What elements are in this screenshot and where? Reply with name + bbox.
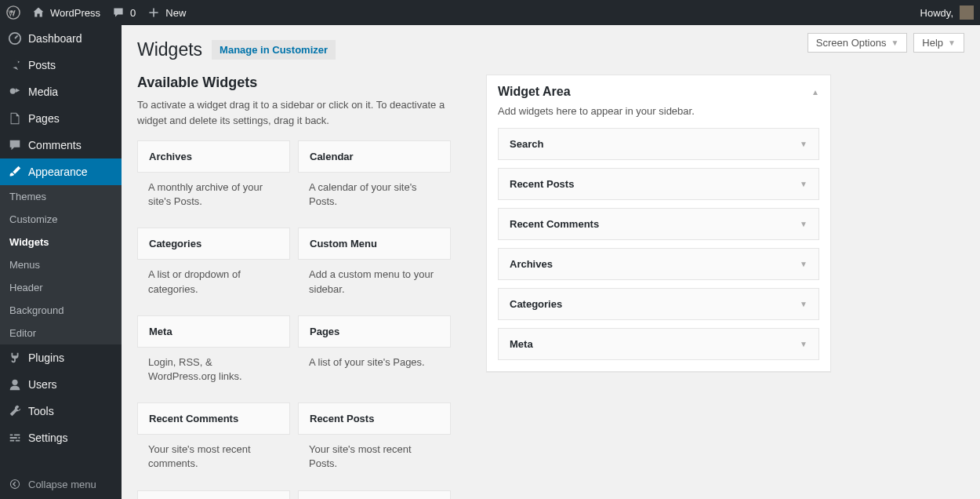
widget-areas-col: Widget Area ▲ Add widgets here to appear… bbox=[486, 75, 831, 499]
available-widget[interactable]: CategoriesA list or dropdown of categori… bbox=[137, 228, 290, 307]
available-widget[interactable]: Search bbox=[298, 490, 451, 500]
available-widget[interactable]: ArchivesA monthly archive of your site's… bbox=[137, 140, 290, 220]
page-title: Widgets bbox=[137, 39, 202, 60]
comments-link[interactable]: 0 bbox=[111, 5, 136, 20]
submenu-editor[interactable]: Editor bbox=[0, 322, 122, 344]
screen-meta-links: Screen Options ▼ Help ▼ bbox=[808, 33, 964, 53]
menu-appearance[interactable]: Appearance bbox=[0, 158, 122, 185]
caret-down-icon: ▼ bbox=[800, 260, 808, 268]
menu-label: Media bbox=[28, 86, 58, 98]
caret-down-icon: ▼ bbox=[891, 38, 898, 47]
widget-title: Search bbox=[298, 490, 451, 500]
widget-title: Meta bbox=[137, 315, 290, 348]
brush-icon bbox=[8, 165, 22, 179]
widget-desc: Your site's most recent Posts. bbox=[298, 435, 451, 482]
main-content: Screen Options ▼ Help ▼ Widgets Manage i… bbox=[122, 25, 980, 499]
user-menu[interactable]: Howdy, bbox=[920, 5, 974, 20]
collapse-menu[interactable]: Collapse menu bbox=[0, 469, 122, 499]
available-widget[interactable]: Recent CommentsYour site's most recent c… bbox=[137, 402, 290, 482]
wordpress-icon bbox=[6, 5, 20, 20]
available-widget[interactable]: RSS bbox=[137, 490, 290, 500]
widget-area-header[interactable]: Widget Area ▲ bbox=[498, 85, 819, 99]
area-widget-item[interactable]: Meta▼ bbox=[498, 328, 819, 360]
widget-title: RSS bbox=[137, 490, 290, 500]
greeting: Howdy, bbox=[920, 7, 953, 19]
menu-label: Settings bbox=[28, 432, 68, 444]
caret-up-icon: ▲ bbox=[811, 88, 819, 97]
area-widget-item[interactable]: Recent Comments▼ bbox=[498, 208, 819, 240]
menu-settings[interactable]: Settings bbox=[0, 424, 122, 451]
area-widget-item[interactable]: Search▼ bbox=[498, 128, 819, 160]
available-widgets-col: Available Widgets To activate a widget d… bbox=[137, 75, 451, 499]
caret-down-icon: ▼ bbox=[800, 180, 808, 188]
submenu-customize[interactable]: Customize bbox=[0, 208, 122, 231]
page-icon bbox=[8, 111, 22, 126]
home-icon bbox=[31, 5, 45, 20]
widget-title: Pages bbox=[298, 315, 451, 348]
submenu-menus[interactable]: Menus bbox=[0, 253, 122, 276]
area-widget-title: Archives bbox=[510, 258, 553, 270]
new-link[interactable]: New bbox=[147, 5, 186, 20]
user-icon bbox=[8, 377, 22, 392]
menu-comments[interactable]: Comments bbox=[0, 132, 122, 158]
menu-media[interactable]: Media bbox=[0, 78, 122, 105]
widget-desc: A list or dropdown of categories. bbox=[137, 260, 290, 307]
area-widget-title: Categories bbox=[510, 298, 562, 310]
help-button[interactable]: Help ▼ bbox=[913, 33, 964, 53]
available-widget[interactable]: Recent PostsYour site's most recent Post… bbox=[298, 402, 451, 482]
menu-dashboard[interactable]: Dashboard bbox=[0, 25, 122, 52]
submenu-themes[interactable]: Themes bbox=[0, 185, 122, 208]
available-widgets-grid: ArchivesA monthly archive of your site's… bbox=[137, 140, 451, 499]
comments-count: 0 bbox=[130, 7, 136, 19]
available-widget[interactable]: MetaLogin, RSS, & WordPress.org links. bbox=[137, 315, 290, 395]
menu-users[interactable]: Users bbox=[0, 371, 122, 398]
menu-label: Dashboard bbox=[28, 32, 82, 45]
new-label: New bbox=[165, 7, 186, 19]
caret-down-icon: ▼ bbox=[948, 38, 956, 47]
svg-point-3 bbox=[12, 380, 17, 385]
sliders-icon bbox=[8, 431, 22, 445]
area-widget-title: Recent Comments bbox=[510, 218, 599, 230]
submenu-header[interactable]: Header bbox=[0, 276, 122, 299]
available-desc: To activate a widget drag it to a sideba… bbox=[137, 97, 451, 128]
menu-posts[interactable]: Posts bbox=[0, 52, 122, 78]
widget-title: Calendar bbox=[298, 140, 451, 173]
comment-icon bbox=[8, 138, 22, 152]
menu-pages[interactable]: Pages bbox=[0, 105, 122, 132]
area-widget-title: Recent Posts bbox=[510, 178, 574, 190]
available-widget[interactable]: Custom MenuAdd a custom menu to your sid… bbox=[298, 228, 451, 307]
caret-down-icon: ▼ bbox=[800, 220, 808, 228]
menu-plugins[interactable]: Plugins bbox=[0, 344, 122, 371]
area-widget-item[interactable]: Categories▼ bbox=[498, 288, 819, 320]
widget-title: Archives bbox=[137, 140, 290, 173]
admin-sidebar: Dashboard Posts Media Pages Comments App… bbox=[0, 25, 122, 499]
widget-title: Recent Comments bbox=[137, 402, 290, 435]
available-widget[interactable]: PagesA list of your site's Pages. bbox=[298, 315, 451, 395]
screen-options-button[interactable]: Screen Options ▼ bbox=[808, 33, 908, 53]
submenu-background[interactable]: Background bbox=[0, 299, 122, 322]
menu-label: Comments bbox=[28, 139, 82, 151]
manage-customizer-link[interactable]: Manage in Customizer bbox=[212, 40, 336, 60]
menu-label: Posts bbox=[28, 59, 56, 71]
pin-icon bbox=[8, 58, 22, 72]
menu-label: Plugins bbox=[28, 351, 64, 364]
plus-icon bbox=[147, 5, 161, 20]
admin-bar: WordPress 0 New Howdy, bbox=[0, 0, 980, 25]
admin-bar-left: WordPress 0 New bbox=[6, 5, 186, 20]
area-widget-item[interactable]: Recent Posts▼ bbox=[498, 168, 819, 200]
menu-label: Tools bbox=[28, 405, 54, 417]
site-link[interactable]: WordPress bbox=[31, 5, 100, 20]
wp-logo[interactable] bbox=[6, 5, 20, 20]
menu-tools[interactable]: Tools bbox=[0, 398, 122, 424]
collapse-label: Collapse menu bbox=[28, 479, 96, 490]
area-widget-item[interactable]: Archives▼ bbox=[498, 248, 819, 280]
available-widget[interactable]: CalendarA calendar of your site's Posts. bbox=[298, 140, 451, 220]
btn-label: Help bbox=[922, 37, 943, 49]
caret-down-icon: ▼ bbox=[800, 140, 808, 148]
available-heading: Available Widgets bbox=[137, 75, 451, 91]
widget-area: Widget Area ▲ Add widgets here to appear… bbox=[486, 75, 831, 372]
appearance-submenu: Themes Customize Widgets Menus Header Ba… bbox=[0, 185, 122, 344]
submenu-widgets[interactable]: Widgets bbox=[0, 231, 122, 253]
area-widget-title: Search bbox=[510, 138, 543, 150]
avatar bbox=[960, 5, 974, 20]
